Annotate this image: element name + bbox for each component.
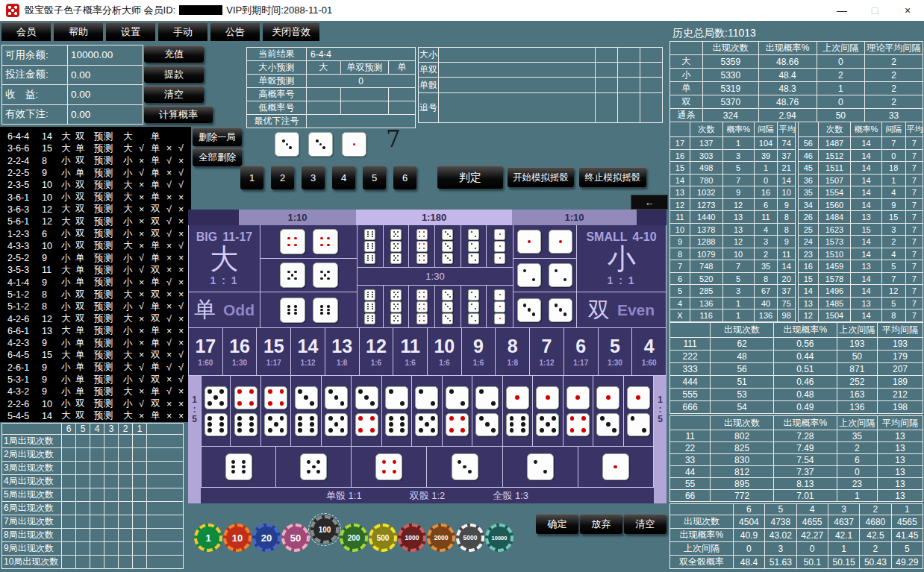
bet-single-1[interactable] bbox=[578, 447, 654, 488]
bet-combo-3-4[interactable] bbox=[352, 376, 381, 447]
chip-20[interactable]: 20 bbox=[252, 524, 281, 552]
bet-even[interactable]: 双Even bbox=[577, 292, 667, 328]
bet-pair-33[interactable] bbox=[513, 292, 577, 328]
collapse-arrow-button[interactable]: ← bbox=[631, 195, 668, 210]
bet-total-15[interactable]: 151:17 bbox=[257, 328, 291, 376]
maximize-icon[interactable]: □ bbox=[858, 0, 891, 21]
bet-pair-11[interactable] bbox=[513, 225, 577, 259]
bet-total-13[interactable]: 131:8 bbox=[325, 328, 360, 376]
bet-triple-2[interactable] bbox=[461, 225, 487, 268]
close-icon[interactable]: × bbox=[891, 0, 924, 21]
num-button-1[interactable]: 1 bbox=[240, 166, 263, 189]
bet-odd[interactable]: 单Odd bbox=[189, 292, 260, 328]
bet-total-10[interactable]: 101:6 bbox=[428, 328, 462, 376]
bet-total-16[interactable]: 161:30 bbox=[223, 328, 257, 376]
chip-500[interactable]: 500 bbox=[369, 524, 397, 552]
bet-pair-55[interactable] bbox=[260, 259, 358, 292]
bet-single-2[interactable] bbox=[503, 447, 578, 488]
bet-combo-2-4[interactable] bbox=[443, 376, 472, 447]
bet-combo-2-3[interactable] bbox=[472, 376, 502, 447]
bet-triple-4-b[interactable] bbox=[409, 286, 435, 328]
menu-item-6[interactable]: 关闭音效 bbox=[263, 22, 319, 41]
bet-any-triple[interactable]: 1:30 bbox=[358, 268, 513, 286]
discard-bet-button[interactable]: 放弃 bbox=[580, 514, 622, 534]
stop-simulation-button[interactable]: 终止模拟摇骰 bbox=[579, 167, 646, 187]
bet-combo-1-5[interactable] bbox=[533, 376, 563, 447]
bet-total-9[interactable]: 91:6 bbox=[462, 328, 496, 376]
menu-item-1[interactable]: 会员 bbox=[1, 22, 51, 41]
account-button-3[interactable]: 清空 bbox=[144, 86, 204, 103]
chip-200[interactable]: 200 bbox=[340, 524, 368, 552]
bet-triple-5[interactable] bbox=[384, 225, 410, 268]
bet-combo-1-3[interactable] bbox=[593, 376, 623, 447]
bet-total-14[interactable]: 141:12 bbox=[291, 328, 325, 376]
num-button-5[interactable]: 5 bbox=[363, 166, 386, 189]
bet-big[interactable]: BIG11-17大1 : 1 bbox=[189, 225, 260, 292]
account-button-4[interactable]: 计算概率 bbox=[144, 106, 213, 123]
bet-pair-22[interactable] bbox=[513, 259, 577, 292]
bet-triple-3[interactable] bbox=[435, 225, 461, 268]
bet-triple-6-b[interactable] bbox=[358, 286, 384, 328]
rounds-cell bbox=[90, 515, 104, 529]
bet-combo-1-2[interactable] bbox=[624, 376, 654, 447]
bet-total-5[interactable]: 51:30 bbox=[599, 328, 633, 376]
bet-total-12[interactable]: 121:6 bbox=[360, 328, 394, 376]
bet-combo-1-4[interactable] bbox=[564, 376, 593, 447]
bet-small[interactable]: SMALL4-10小1 : 1 bbox=[577, 225, 667, 292]
bet-combo-2-6[interactable] bbox=[382, 376, 412, 447]
bet-triple-6[interactable] bbox=[358, 225, 384, 268]
bet-total-7[interactable]: 71:12 bbox=[530, 328, 564, 376]
bet-single-3[interactable] bbox=[427, 447, 502, 488]
bet-combo-5-6[interactable] bbox=[201, 376, 231, 447]
chip-5000[interactable]: 5000 bbox=[456, 524, 484, 552]
bet-combo-3-5[interactable] bbox=[322, 376, 352, 447]
delete-all-button[interactable]: 全部删除 bbox=[193, 148, 242, 166]
bet-single-6[interactable] bbox=[201, 447, 276, 488]
num-button-3[interactable]: 3 bbox=[302, 166, 325, 189]
bet-combo-3-6[interactable] bbox=[291, 376, 321, 447]
chip-50[interactable]: 50 bbox=[281, 524, 310, 552]
bet-combo-1-6[interactable] bbox=[503, 376, 533, 447]
bet-triple-2-b[interactable] bbox=[461, 286, 487, 328]
num-button-6[interactable]: 6 bbox=[393, 166, 416, 189]
chip-2000[interactable]: 2000 bbox=[427, 524, 455, 552]
menu-item-5[interactable]: 公告 bbox=[210, 22, 260, 41]
account-row-label: 可用余额: bbox=[2, 45, 68, 66]
chip-100[interactable]: 100 bbox=[310, 515, 339, 544]
bet-total-17[interactable]: 171:60 bbox=[189, 328, 223, 376]
clear-bet-button[interactable]: 清空 bbox=[624, 514, 667, 534]
start-simulation-button[interactable]: 开始模拟摇骰 bbox=[508, 167, 574, 187]
bet-total-11[interactable]: 111:6 bbox=[393, 328, 428, 376]
track-cell bbox=[640, 78, 663, 93]
account-button-2[interactable]: 提款 bbox=[144, 66, 204, 83]
confirm-bet-button[interactable]: 确定 bbox=[536, 514, 578, 534]
bet-triple-4[interactable] bbox=[409, 225, 435, 268]
account-button-1[interactable]: 充值 bbox=[144, 45, 204, 63]
minimize-icon[interactable]: — bbox=[825, 0, 858, 21]
bet-pair-44[interactable] bbox=[260, 225, 358, 259]
chip-10[interactable]: 10 bbox=[223, 524, 252, 552]
chip-1000[interactable]: 1000 bbox=[398, 524, 426, 552]
menu-item-2[interactable]: 帮助 bbox=[54, 22, 103, 41]
delete-one-button[interactable]: 删除一局 bbox=[193, 128, 242, 146]
chip-10000[interactable]: 10000 bbox=[485, 524, 513, 552]
bet-single-4[interactable] bbox=[352, 447, 427, 488]
bet-triple-1[interactable] bbox=[487, 225, 513, 268]
bet-triple-3-b[interactable] bbox=[435, 286, 461, 328]
num-button-2[interactable]: 2 bbox=[271, 166, 294, 189]
bet-single-5[interactable] bbox=[276, 447, 352, 488]
num-button-4[interactable]: 4 bbox=[332, 166, 355, 189]
bet-pair-66[interactable] bbox=[260, 292, 358, 328]
menu-item-4[interactable]: 手动 bbox=[158, 22, 207, 41]
bet-combo-4-6[interactable] bbox=[231, 376, 260, 447]
menu-item-3[interactable]: 设置 bbox=[106, 22, 155, 41]
bet-total-4[interactable]: 41:60 bbox=[632, 328, 667, 376]
bet-triple-1-b[interactable] bbox=[487, 286, 513, 328]
bet-triple-5-b[interactable] bbox=[384, 286, 410, 328]
bet-combo-4-5[interactable] bbox=[261, 376, 291, 447]
judge-button[interactable]: 判定 bbox=[437, 166, 503, 189]
bet-total-8[interactable]: 81:8 bbox=[496, 328, 530, 376]
bet-total-6[interactable]: 61:17 bbox=[564, 328, 599, 376]
chip-1[interactable]: 1 bbox=[194, 524, 222, 552]
bet-combo-2-5[interactable] bbox=[412, 376, 442, 447]
